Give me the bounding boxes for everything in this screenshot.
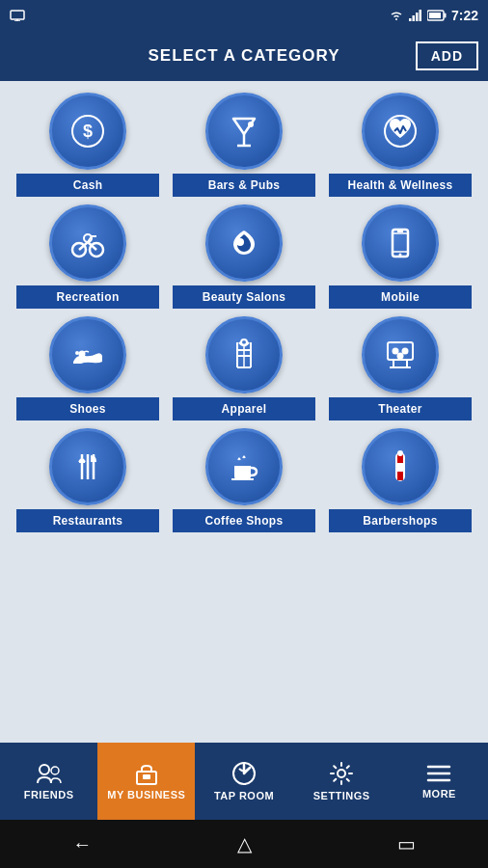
recreation-circle	[49, 204, 126, 282]
svg-rect-9	[444, 14, 446, 18]
svg-rect-5	[416, 13, 419, 21]
beauty-circle	[205, 204, 283, 282]
shoes-circle	[49, 316, 126, 393]
restaurants-circle	[49, 428, 126, 505]
wifi-icon	[389, 10, 404, 21]
nav-friends[interactable]: FRIENDS	[0, 743, 97, 820]
cash-label: Cash	[16, 174, 159, 197]
beauty-icon	[224, 223, 264, 263]
category-recreation[interactable]: Recreation	[16, 204, 159, 309]
nav-my-business[interactable]: MY BUSINESS	[97, 743, 195, 820]
shoes-icon	[68, 335, 108, 375]
svg-rect-53	[397, 463, 403, 472]
nav-tap-room[interactable]: TAP ROOM	[195, 743, 292, 820]
settings-label: SETTINGS	[313, 790, 370, 801]
svg-point-55	[397, 450, 403, 456]
svg-rect-8	[429, 13, 441, 18]
apparel-icon	[224, 335, 264, 375]
category-coffee[interactable]: Coffee Shops	[173, 428, 315, 532]
time-display: 7:22	[451, 8, 478, 23]
battery-icon	[427, 10, 447, 21]
bottom-nav: FRIENDS MY BUSINESS TAP ROOM SETTINGS M	[0, 743, 488, 820]
bars-label: Bars & Pubs	[173, 174, 315, 197]
category-row-4: Restaurants Coffee Shops	[10, 428, 478, 532]
theater-label: Theater	[329, 397, 472, 420]
category-row-1: $ Cash Bars & Pubs	[10, 93, 478, 197]
svg-point-41	[397, 353, 404, 360]
cash-circle: $	[49, 93, 126, 170]
category-barbershops[interactable]: Barbershops	[329, 428, 472, 532]
android-nav-bar: ← △ ▭	[0, 820, 488, 868]
settings-icon	[329, 761, 354, 786]
taproom-icon	[231, 761, 257, 786]
add-button[interactable]: ADD	[416, 41, 478, 70]
svg-point-28	[399, 254, 402, 257]
recreation-label: Recreation	[16, 285, 159, 309]
svg-rect-59	[143, 774, 150, 779]
svg-point-31	[75, 351, 79, 355]
apparel-circle	[205, 316, 283, 393]
status-bar: 7:22	[0, 0, 488, 31]
svg-point-61	[338, 770, 345, 777]
category-row-3: Shoes Apparel	[10, 316, 478, 420]
signal-icon	[409, 10, 422, 21]
business-label: MY BUSINESS	[107, 789, 185, 800]
category-bars-pubs[interactable]: Bars & Pubs	[173, 93, 315, 197]
restaurant-icon	[68, 447, 108, 487]
back-button[interactable]: ←	[72, 833, 92, 855]
friends-label: FRIENDS	[24, 789, 74, 800]
svg-point-24	[236, 238, 244, 246]
category-row-2: Recreation Beauty Salons	[10, 204, 478, 309]
svg-rect-3	[409, 18, 412, 21]
shoes-label: Shoes	[16, 397, 159, 420]
coffee-icon	[224, 447, 264, 487]
app-header: SELECT A CATEGORY ADD	[0, 31, 488, 81]
mobile-icon	[380, 223, 420, 263]
health-circle	[362, 93, 439, 170]
mobile-label: Mobile	[329, 285, 472, 309]
health-icon	[380, 111, 420, 151]
status-right: 7:22	[389, 8, 478, 23]
more-label: MORE	[422, 788, 456, 800]
svg-rect-0	[11, 11, 24, 19]
category-grid: $ Cash Bars & Pubs	[0, 81, 488, 743]
barber-circle	[362, 428, 439, 505]
svg-text:$: $	[83, 122, 93, 141]
home-button[interactable]: △	[237, 832, 252, 855]
category-apparel[interactable]: Apparel	[173, 316, 315, 420]
svg-point-57	[51, 767, 59, 774]
friends-icon	[36, 762, 63, 785]
category-theater[interactable]: Theater	[329, 316, 472, 420]
category-beauty[interactable]: Beauty Salons	[173, 204, 315, 309]
nav-more[interactable]: MORE	[391, 743, 488, 820]
restaurants-label: Restaurants	[16, 509, 159, 532]
bars-circle	[205, 93, 283, 170]
category-mobile[interactable]: Mobile	[329, 204, 472, 309]
svg-point-40	[402, 348, 409, 355]
business-icon	[134, 762, 159, 785]
theater-circle	[362, 316, 439, 393]
taproom-label: TAP ROOM	[214, 790, 274, 801]
beauty-label: Beauty Salons	[173, 285, 315, 309]
svg-rect-54	[397, 472, 403, 480]
category-cash[interactable]: $ Cash	[16, 93, 159, 197]
svg-point-34	[241, 339, 247, 345]
cocktail-icon	[224, 111, 264, 151]
barber-icon	[380, 447, 420, 487]
coffee-label: Coffee Shops	[173, 509, 315, 532]
page-title: SELECT A CATEGORY	[149, 46, 340, 66]
cash-icon: $	[68, 111, 108, 151]
svg-rect-4	[412, 15, 415, 21]
coffee-circle	[205, 428, 283, 505]
category-shoes[interactable]: Shoes	[16, 316, 159, 420]
health-label: Health & Wellness	[329, 174, 472, 197]
barbershops-label: Barbershops	[329, 509, 472, 532]
svg-point-39	[393, 348, 399, 355]
svg-point-15	[248, 122, 254, 127]
recents-button[interactable]: ▭	[397, 832, 416, 855]
screen-icon	[10, 10, 25, 21]
nav-settings[interactable]: SETTINGS	[293, 743, 391, 820]
category-restaurants[interactable]: Restaurants	[16, 428, 159, 532]
category-health[interactable]: Health & Wellness	[329, 93, 472, 197]
bike-icon	[68, 223, 108, 263]
